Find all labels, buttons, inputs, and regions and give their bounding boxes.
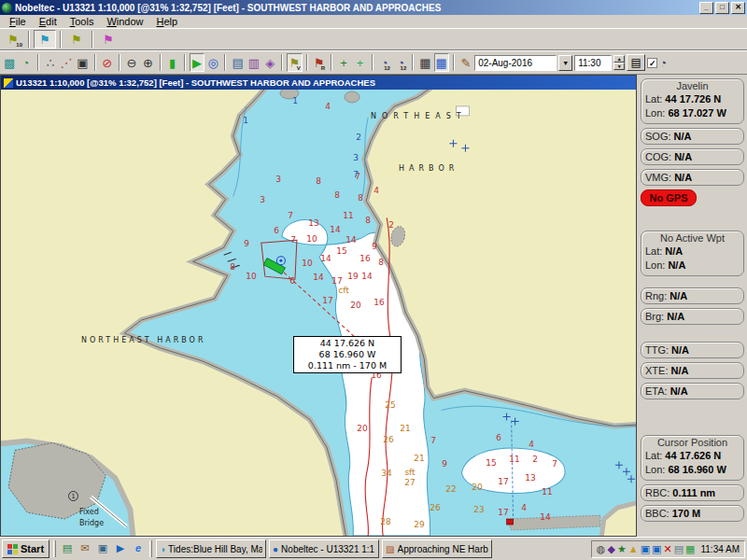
magenta-flag-button[interactable]: ⚑ <box>97 30 120 49</box>
chart-label: NORTHEAST HARBOR <box>81 336 205 344</box>
grid-icon: ▦ <box>419 57 430 69</box>
taskbar-task-button[interactable]: ◑Tides:Blue Hill Bay, Macke... <box>156 539 266 558</box>
marks-button[interactable]: ∴ <box>43 53 58 72</box>
flag-v-button[interactable]: ⚑V <box>287 53 302 72</box>
tray-icon[interactable]: ▤ <box>674 543 684 555</box>
time-spinner[interactable]: ▲▼ <box>613 55 625 70</box>
depth-sounding: 21 <box>414 454 424 463</box>
zoom-in-button[interactable]: ⊕ <box>140 53 155 72</box>
depth-sounding: 7 <box>290 235 296 245</box>
pointer-icon: ▶ <box>192 57 202 69</box>
depth-sounding: 8 <box>358 193 363 203</box>
quicklaunch-window-icon[interactable]: ▣ <box>95 541 110 556</box>
time-input[interactable] <box>574 55 612 71</box>
zoom-out-icon: ⊖ <box>127 57 137 69</box>
chart-canvas[interactable]: 3874883713118214697101415914168810610141… <box>1 90 636 536</box>
time-sync-checkbox[interactable]: ✓ <box>647 58 657 68</box>
date-input[interactable] <box>474 55 557 71</box>
grid-button[interactable]: ▦ <box>417 53 432 72</box>
chart-title-bar[interactable]: U13321 1:10,000 [@31% 1:32,752] [Feet] -… <box>1 76 636 90</box>
toolbar-separator <box>184 54 186 71</box>
depth-sounding: 8 <box>230 262 235 272</box>
task-label: Tides:Blue Hill Bay, Macke... <box>168 544 262 554</box>
tray-icon[interactable]: ▣ <box>641 543 650 555</box>
window-title: Nobeltec - U13321 1:10,000 [@31% 1:32,75… <box>15 3 699 13</box>
chart-doc-icon <box>4 78 13 88</box>
blue-flag-button[interactable]: ⚑ <box>34 30 56 49</box>
crosshair-green-button[interactable]: + <box>352 53 367 72</box>
crosshair-button[interactable]: + <box>336 53 351 72</box>
stop-button[interactable]: ⊘ <box>100 53 115 72</box>
tray-icon[interactable]: ◆ <box>607 543 614 555</box>
tray-icon[interactable]: ✕ <box>663 543 671 555</box>
menu-item-file[interactable]: File <box>4 16 32 27</box>
menu-item-window[interactable]: Window <box>101 16 148 27</box>
quicklaunch-media-icon[interactable]: ▶ <box>113 541 128 556</box>
boundary-button[interactable]: ▣ <box>75 53 90 72</box>
scale-flag-button-tag: 10 <box>16 42 22 48</box>
chart-button[interactable]: ▩ <box>2 53 17 72</box>
toolbar-separator <box>160 54 162 71</box>
depth-sounding: 11 <box>509 455 519 464</box>
annotate-icon: ✎ <box>461 57 472 69</box>
scale-flag-button[interactable]: ⚑10 <box>2 30 24 49</box>
tray-icon[interactable]: ◍ <box>597 543 606 555</box>
main-area: U13321 1:10,000 [@31% 1:32,752] [Feet] -… <box>0 75 747 537</box>
depth-sounding: 14 <box>330 225 340 234</box>
daymark-symbol <box>507 519 514 525</box>
taskbar-task-button[interactable]: ▨Approaching NE Harbor.j... <box>382 539 492 558</box>
playback-button[interactable]: ▤ <box>627 54 645 71</box>
tray-icon[interactable]: ▦ <box>685 543 695 555</box>
annotate-button[interactable]: ✎ <box>458 53 473 72</box>
windows-icon: ▤ <box>232 57 243 69</box>
overlay-button[interactable]: ▥ <box>247 53 261 72</box>
quicklaunch-ie-icon[interactable]: e <box>131 541 146 556</box>
spin-up-icon[interactable]: ▲ <box>613 55 625 63</box>
quicklaunch-mail-icon[interactable]: ✉ <box>78 541 92 556</box>
taskbar-task-button[interactable]: ●Nobeltec - U13321 1:1... <box>269 539 379 558</box>
minimize-button[interactable]: _ <box>699 2 713 14</box>
cursor-tooltip: 44 17.626 N 68 16.960 W 0.111 nm - 170 M <box>293 336 402 373</box>
crosshair-icon: + <box>340 57 347 69</box>
depth-sounding: 20 <box>357 424 367 433</box>
spin-down-icon[interactable]: ▼ <box>613 63 625 70</box>
pointer-button[interactable]: ▶ <box>190 53 204 72</box>
datetime-controls: ▼ ▲▼ ▤ ✓ ◔ <box>474 54 667 71</box>
depth-sounding: 27 <box>404 478 415 487</box>
diamond-button[interactable]: ◈ <box>262 53 277 72</box>
start-button[interactable]: Start <box>2 539 49 558</box>
clock-button[interactable]: ◔ <box>18 53 33 72</box>
flag-r-button[interactable]: ⚑R <box>312 53 327 72</box>
overlay-icon: ▥ <box>248 57 260 69</box>
tray-icon[interactable]: ▲ <box>628 543 639 555</box>
toolbar-row-2: ▩◔∴⋰▣⊘⊖⊕▮▶◎▤▥◈⚑V⚑R++◔12◔12▦▦✎ ▼ ▲▼ ▤ ✓ ◔ <box>0 50 747 75</box>
clock-12-button[interactable]: ◔12 <box>377 53 392 72</box>
chart-window-title: U13321 1:10,000 [@31% 1:32,752] [Feet] -… <box>16 77 375 88</box>
date-dropdown-button[interactable]: ▼ <box>558 55 572 71</box>
gps-lat: 44 17.726 N <box>665 93 721 105</box>
depth-sounding: 8 <box>316 176 321 186</box>
clock-12b-button[interactable]: ◔12 <box>393 53 408 72</box>
toolbar-separator <box>60 31 62 48</box>
tray-icon[interactable]: ▣ <box>652 543 661 555</box>
quicklaunch-desktop-icon[interactable]: ▤ <box>60 541 75 556</box>
buoy-button[interactable]: ▮ <box>165 53 180 72</box>
magenta-flag-icon: ⚑ <box>103 34 114 46</box>
restore-button[interactable]: □ <box>715 2 729 14</box>
zoom-out-button[interactable]: ⊖ <box>124 53 139 72</box>
route-button[interactable]: ⋰ <box>59 53 74 72</box>
grid-track-button[interactable]: ▦ <box>434 53 449 72</box>
vmg-box: VMG:N/A <box>641 169 744 186</box>
depth-sounding: 17 <box>322 296 332 305</box>
menu-item-edit[interactable]: Edit <box>34 16 63 27</box>
depth-sounding: 7 <box>430 436 436 445</box>
depth-sounding: 29 <box>414 520 424 529</box>
close-button[interactable]: ✕ <box>731 2 745 14</box>
depth-sounding: 11 <box>343 211 353 220</box>
windows-button[interactable]: ▤ <box>230 53 245 72</box>
menu-item-help[interactable]: Help <box>151 16 184 27</box>
tray-icon[interactable]: ★ <box>617 543 627 555</box>
center-button[interactable]: ◎ <box>205 53 220 72</box>
yellow-flag-button[interactable]: ⚑ <box>65 30 88 49</box>
menu-item-tools[interactable]: Tools <box>64 16 100 27</box>
